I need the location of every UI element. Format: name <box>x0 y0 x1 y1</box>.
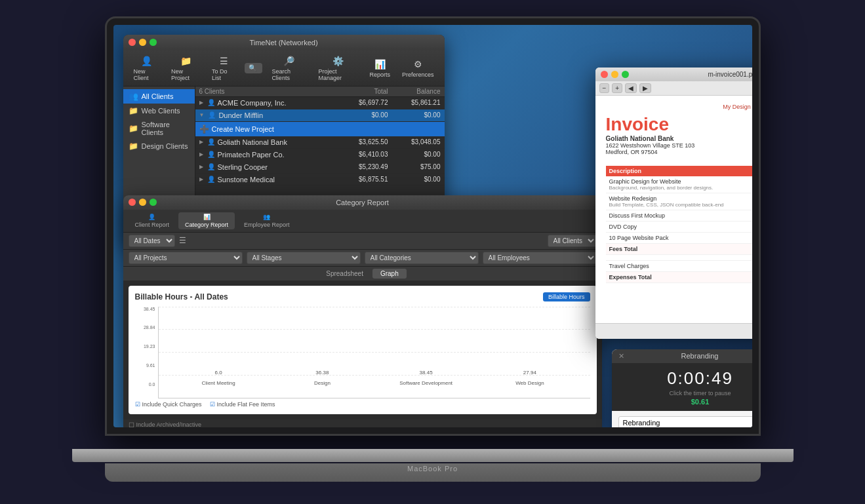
chart-badge: Billable Hours <box>543 292 590 301</box>
item-detail: Background, navigation, and border desig… <box>609 185 744 191</box>
new-project-icon: 📁 <box>178 55 193 67</box>
client-balance-cell: $75.00 <box>388 163 441 170</box>
item-detail: Build Template, CSS, JSON compatible bac… <box>609 202 744 208</box>
timer-header: ✕ Rebranding ⚙ <box>612 349 752 363</box>
item-qty: 1 <box>747 221 752 232</box>
tab-employee-report[interactable]: 👥 Employee Report <box>237 212 296 229</box>
invoice-titlebar: m-invoice001.pdf <box>595 68 752 81</box>
quick-charges-label: Include Quick Charges <box>142 401 202 408</box>
bar-label: Design <box>314 380 331 386</box>
sidebar-item-web-clients[interactable]: 📁 Web Clients <box>123 104 195 118</box>
grid-line <box>159 352 590 353</box>
client-name-cell: ▶ 👤 Goliath National Bank <box>199 138 336 146</box>
sidebar-item-design-clients[interactable]: 📁 Design Clients <box>123 139 195 153</box>
table-row[interactable]: ▶ 👤 Sterling Cooper $5,230.49 $75.00 <box>195 161 445 174</box>
bar-value: 36.38 <box>315 370 329 376</box>
timer-display[interactable]: 0:00:49 <box>620 368 752 389</box>
quick-charges-check[interactable]: ☑ Include Quick Charges <box>135 401 202 408</box>
date-filter[interactable]: All Dates <box>129 235 175 247</box>
client-avatar: 👤 <box>207 138 215 145</box>
maximize-button[interactable] <box>150 199 157 206</box>
flat-fee-check[interactable]: ☑ Include Flat Fee Items <box>210 401 275 408</box>
project-manager-icon: ⚙️ <box>331 55 345 67</box>
fees-total-row: Fees Total 20:30:00 $4,758.50 <box>606 243 752 254</box>
y-axis: 38.45 28.84 19.23 9.61 0.0 <box>135 307 158 398</box>
zoom-out-button[interactable]: − <box>599 83 610 93</box>
chart-footer: ☑ Include Quick Charges ☑ Include Flat F… <box>135 401 590 408</box>
sidebar-item-all-clients[interactable]: 👥 All Clients <box>123 89 195 104</box>
search-clients-button[interactable]: 🔎 Search Clients <box>266 53 312 83</box>
employees-filter[interactable]: All Employees <box>483 252 597 264</box>
forward-button[interactable]: ▶ <box>639 83 651 93</box>
close-button[interactable] <box>129 39 136 46</box>
expand-arrow: ▼ <box>199 112 205 118</box>
reports-button[interactable]: 📊 Reports <box>364 56 395 80</box>
stages-filter[interactable]: All Stages <box>247 252 361 264</box>
table-row[interactable]: ▶ 👤 Goliath National Bank $3,625.50 $3,0… <box>195 136 445 149</box>
table-row[interactable]: ▶ 👤 ACME Company, Inc. $6,697.72 $5,861.… <box>195 97 445 109</box>
catreport-titlebar: Category Report <box>123 195 602 210</box>
create-new-project-row[interactable]: ➕ Create New Project <box>195 122 445 136</box>
table-row[interactable]: ▶ 👤 Sunstone Medical $6,875.51 $0.00 <box>195 174 445 186</box>
client-info: Goliath National Bank 1622 Westshown Vil… <box>606 135 695 155</box>
spreadsheet-tab[interactable]: Spreadsheet <box>318 269 371 279</box>
filter-row-2: All Projects All Stages All Categories A… <box>123 250 602 267</box>
catreport-footer: ☐ Include Archived/Inactive <box>123 419 602 427</box>
sidebar-item-label: All Clients <box>142 92 174 100</box>
preferences-button[interactable]: ⚙ Preferences <box>397 56 439 80</box>
y-label: 38.45 <box>144 307 155 311</box>
expand-arrow: ▶ <box>199 164 203 170</box>
maximize-button[interactable] <box>150 39 157 46</box>
clients-filter[interactable]: All Clients <box>548 235 597 247</box>
table-row[interactable]: ▼ 👤 Dunder Mifflin $0.00 $0.00 <box>195 109 445 122</box>
archived-label: Include Archived/Inactive <box>136 421 202 427</box>
new-client-icon: 👤 <box>139 55 153 67</box>
new-project-button[interactable]: 📁 New Project <box>166 53 205 83</box>
client-total-cell: $3,625.50 <box>336 138 388 145</box>
chart-container: Billable Hours - All Dates Billable Hour… <box>129 286 597 414</box>
expense-header-row <box>606 254 752 260</box>
client-addr2: Medford, OR 97504 <box>606 149 695 155</box>
bar-software: 38.45 Software Development <box>379 378 473 386</box>
projects-filter[interactable]: All Projects <box>129 252 243 264</box>
archived-check[interactable]: ☐ Include Archived/Inactive <box>129 421 202 427</box>
close-button[interactable] <box>601 71 608 78</box>
project-manager-button[interactable]: ⚙️ Project Manager <box>313 53 363 83</box>
sidebar-item-software-clients[interactable]: 📁 Software Clients <box>123 118 195 139</box>
minimize-button[interactable] <box>139 199 146 206</box>
employee-report-icon: 👥 <box>263 214 270 220</box>
minimize-button[interactable] <box>139 39 146 46</box>
table-header: 6 Clients Total Balance <box>195 87 445 97</box>
categories-filter[interactable]: All Categories <box>365 252 479 264</box>
table-row[interactable]: ▶ 👤 Primatech Paper Co. $6,410.03 $0.00 <box>195 149 445 161</box>
col-client-header: 6 Clients <box>199 88 336 95</box>
client-total-cell: $6,875.51 <box>336 176 388 183</box>
client-name-cell: ▶ 👤 Sunstone Medical <box>199 176 336 184</box>
back-button[interactable]: ◀ <box>625 83 637 93</box>
expand-arrow: ▶ <box>199 139 203 145</box>
new-client-button[interactable]: 👤 New Client <box>129 53 165 83</box>
client-avatar: 👤 <box>207 99 215 106</box>
macbook-label: MacBook Pro <box>407 465 458 473</box>
close-button[interactable] <box>129 199 136 206</box>
zoom-in-button[interactable]: + <box>612 83 622 93</box>
client-total-cell: $6,410.03 <box>336 151 388 158</box>
invoice-left: Invoice Goliath National Bank 1622 Wests… <box>606 114 695 161</box>
maximize-button[interactable] <box>622 71 629 78</box>
sidebar-item-label: Web Clients <box>142 107 180 115</box>
timer-description-input[interactable] <box>618 416 752 427</box>
client-avatar: 👤 <box>208 111 216 119</box>
timer-popup: ✕ Rebranding ⚙ 0:00:49 Click the timer t… <box>612 349 752 427</box>
catreport-traffic-lights <box>129 199 157 206</box>
to-do-list-button[interactable]: ☰ To Do List <box>207 53 241 83</box>
graph-tab[interactable]: Graph <box>372 269 407 279</box>
minimize-button[interactable] <box>611 71 618 78</box>
col-balance-header: Balance <box>388 88 441 95</box>
tab-category-report[interactable]: 📊 Category Report <box>178 212 235 229</box>
invoice-footer: Cancel Print <box>595 323 752 339</box>
invoice-summary: Subtotal $4,805.50 Payments - $369.45 Ba… <box>606 288 752 315</box>
timer-close-button[interactable]: ✕ <box>618 352 624 360</box>
timenet-titlebar: TimeNet (Networked) <box>123 35 445 50</box>
search-bar[interactable]: 🔍 <box>245 63 262 73</box>
tab-client-report[interactable]: 👤 Client Report <box>129 212 176 229</box>
